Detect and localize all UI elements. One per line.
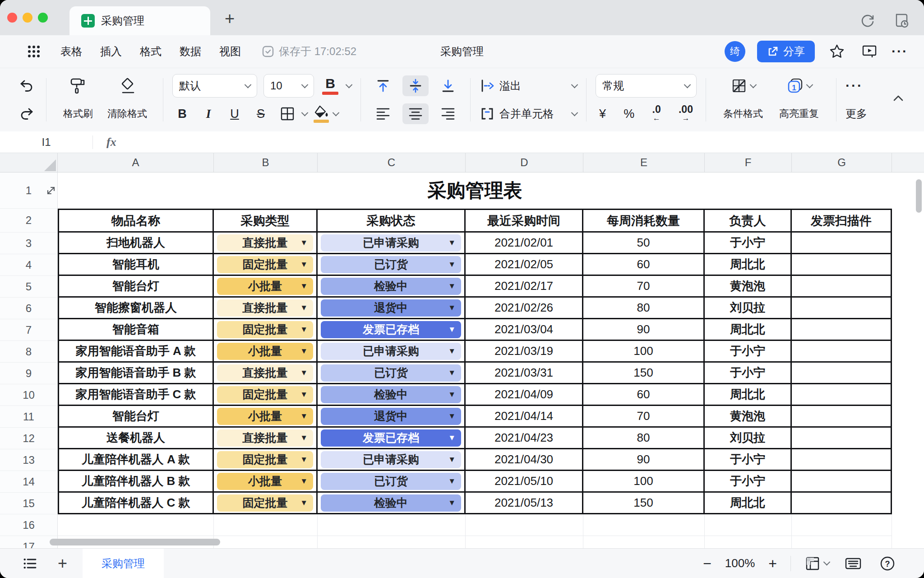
column-header-G[interactable]: G [792, 153, 892, 172]
cell[interactable] [705, 536, 792, 548]
cell[interactable]: 送餐机器人 [58, 428, 214, 449]
document-tab[interactable]: 采购管理 [69, 6, 210, 35]
cell[interactable] [792, 363, 892, 384]
cell[interactable]: 家用智能语音助手 C 款 [58, 384, 214, 406]
row-header-10[interactable]: 10 [0, 384, 58, 406]
header-cell[interactable]: 采购类型 [214, 209, 318, 233]
table-title-cell[interactable]: 采购管理表 [58, 172, 892, 209]
zoom-in-button[interactable]: + [768, 556, 777, 571]
cell[interactable]: 小批量▼ [214, 276, 318, 298]
purchase-type-dropdown[interactable]: 固定批量▼ [217, 386, 313, 403]
cell[interactable] [792, 493, 892, 514]
purchase-type-dropdown[interactable]: 直接批量▼ [217, 234, 313, 252]
cell[interactable]: 黄泡泡 [705, 276, 792, 298]
cell[interactable]: 2021/04/14 [466, 406, 583, 428]
strikethrough-button[interactable]: S [251, 107, 271, 121]
cell[interactable]: 黄泡泡 [705, 406, 792, 428]
cell[interactable]: 2021/05/10 [466, 471, 583, 493]
cell[interactable]: 固定批量▼ [214, 254, 318, 276]
row-header-5[interactable]: 5 [0, 276, 58, 298]
row-header-17[interactable]: 17 [0, 536, 58, 548]
cell[interactable]: 刘贝拉 [705, 298, 792, 319]
cell[interactable]: 已订货▼ [318, 471, 466, 493]
row-header-4[interactable]: 4 [0, 254, 58, 276]
sheet-list-icon[interactable] [20, 553, 41, 574]
column-header-D[interactable]: D [466, 153, 583, 172]
purchase-type-dropdown[interactable]: 固定批量▼ [217, 451, 313, 468]
bold-button[interactable]: B [172, 107, 192, 121]
menu-view[interactable]: 视图 [217, 42, 244, 61]
purchase-type-dropdown[interactable]: 直接批量▼ [217, 299, 313, 317]
cell[interactable]: 60 [583, 384, 705, 406]
cell[interactable]: 于小宁 [705, 233, 792, 254]
purchase-type-dropdown[interactable]: 小批量▼ [217, 343, 313, 360]
cell[interactable]: 智能台灯 [58, 406, 214, 428]
purchase-status-dropdown[interactable]: 已订货▼ [321, 473, 461, 490]
cell[interactable]: 周北北 [705, 254, 792, 276]
purchase-type-dropdown[interactable]: 直接批量▼ [217, 364, 313, 382]
overflow-button[interactable]: 溢出 [480, 78, 521, 93]
italic-button[interactable]: I [199, 107, 218, 121]
cell[interactable]: 150 [583, 363, 705, 384]
cell[interactable]: 70 [583, 406, 705, 428]
cell[interactable] [792, 536, 892, 548]
cell[interactable] [792, 341, 892, 363]
cell[interactable]: 90 [583, 319, 705, 341]
cell[interactable] [318, 514, 466, 536]
cell[interactable]: 2021/02/26 [466, 298, 583, 319]
header-cell[interactable]: 最近采购时间 [466, 209, 583, 233]
minimize-window-button[interactable] [23, 13, 32, 23]
format-painter-group[interactable]: 格式刷 [55, 68, 101, 131]
cell[interactable]: 小批量▼ [214, 341, 318, 363]
purchase-status-dropdown[interactable]: 退货中▼ [321, 408, 461, 425]
purchase-status-dropdown[interactable]: 退货中▼ [321, 299, 461, 317]
align-right-button[interactable] [435, 103, 461, 124]
column-header-C[interactable]: C [318, 153, 466, 172]
cell[interactable] [792, 233, 892, 254]
row-header-7[interactable]: 7 [0, 319, 58, 341]
chevron-down-icon[interactable] [806, 81, 813, 88]
cell[interactable] [792, 384, 892, 406]
cell[interactable]: 2021/04/23 [466, 428, 583, 449]
cell[interactable]: 检验中▼ [318, 276, 466, 298]
cell[interactable]: 固定批量▼ [214, 384, 318, 406]
purchase-status-dropdown[interactable]: 已申请采购▼ [321, 451, 461, 468]
purchase-status-dropdown[interactable]: 发票已存档▼ [321, 321, 461, 338]
expand-row-icon[interactable] [46, 185, 56, 196]
vertical-scrollbar[interactable] [916, 179, 922, 213]
cell[interactable]: 小批量▼ [214, 471, 318, 493]
select-all-corner[interactable] [0, 153, 58, 172]
row-header-6[interactable]: 6 [0, 298, 58, 319]
purchase-status-dropdown[interactable]: 检验中▼ [321, 278, 461, 295]
cell[interactable] [318, 536, 466, 548]
cell[interactable]: 于小宁 [705, 363, 792, 384]
undo-button[interactable] [16, 75, 37, 96]
zoom-level[interactable]: 100% [725, 556, 755, 570]
cell[interactable]: 70 [583, 276, 705, 298]
more-menu-icon[interactable]: ··· [892, 44, 908, 59]
row-header-13[interactable]: 13 [0, 449, 58, 471]
chevron-down-icon[interactable] [571, 109, 578, 116]
column-header-E[interactable]: E [583, 153, 705, 172]
redo-button[interactable] [16, 103, 37, 124]
new-tab-button[interactable]: + [225, 10, 235, 27]
freeze-panes-icon[interactable] [804, 553, 829, 574]
cell[interactable] [792, 276, 892, 298]
cell[interactable]: 2021/04/30 [466, 449, 583, 471]
chevron-down-icon[interactable] [749, 81, 757, 88]
keyboard-shortcuts-icon[interactable] [843, 553, 864, 574]
cell[interactable] [583, 514, 705, 536]
font-color-button[interactable]: B [320, 77, 340, 95]
cell[interactable]: 已订货▼ [318, 254, 466, 276]
cell[interactable]: 2021/03/04 [466, 319, 583, 341]
header-cell[interactable]: 负责人 [705, 209, 792, 233]
cell[interactable]: 发票已存档▼ [318, 319, 466, 341]
percent-format-button[interactable]: % [624, 107, 634, 121]
cell[interactable]: 固定批量▼ [214, 449, 318, 471]
cell[interactable]: 退货中▼ [318, 406, 466, 428]
cell-reference-box[interactable]: I1 [0, 136, 92, 149]
purchase-type-dropdown[interactable]: 小批量▼ [217, 278, 313, 295]
cell[interactable]: 儿童陪伴机器人 C 款 [58, 493, 214, 514]
purchase-type-dropdown[interactable]: 固定批量▼ [217, 494, 313, 512]
header-cell[interactable]: 采购状态 [318, 209, 466, 233]
